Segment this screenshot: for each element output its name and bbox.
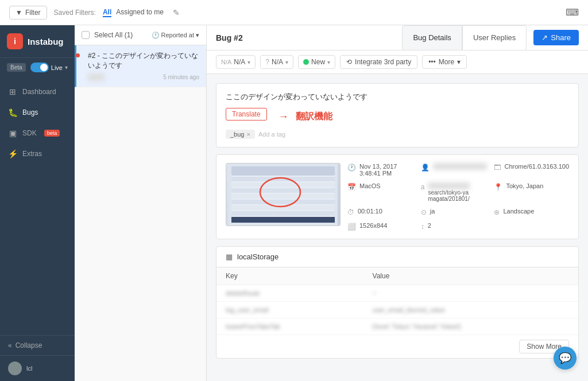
type-caret: ▾ bbox=[285, 59, 288, 65]
bug-item-time: 5 minutes ago bbox=[163, 74, 199, 80]
sdk-badge: beta bbox=[44, 130, 60, 137]
reported-at-btn[interactable]: 🕐 Reported at ▾ bbox=[152, 32, 199, 39]
status-dot bbox=[303, 59, 309, 65]
storage-table: Key Value deleteRoute ~ log_user_email u… bbox=[216, 267, 578, 335]
storage-header: ▦ localStorage bbox=[216, 247, 578, 267]
meta-user: 👤 user_blurred_value bbox=[421, 163, 490, 177]
all-filter-link[interactable]: All bbox=[103, 8, 111, 17]
env-toggle[interactable] bbox=[30, 63, 49, 72]
status-label: New bbox=[311, 58, 325, 66]
meta-url: a blurred_url search/tokyo-yamagata/2018… bbox=[421, 182, 490, 202]
collapse-icon: « bbox=[8, 341, 12, 349]
meta-os: 📅 MacOS bbox=[347, 182, 416, 202]
bug-list-panel: Select All (1) 🕐 Reported at ▾ #2 - ここのデ… bbox=[75, 25, 207, 381]
detail-content: ここのデザインが変わっていないようです Translate → 翻訳機能 _bu… bbox=[207, 74, 588, 381]
edit-icon[interactable]: ✎ bbox=[173, 8, 180, 17]
select-all-checkbox[interactable] bbox=[82, 31, 90, 39]
bug-item-user: user bbox=[88, 73, 105, 81]
translate-annotation: 翻訳機能 bbox=[296, 111, 332, 123]
sidebar-item-extras-label: Extras bbox=[22, 150, 42, 158]
type-value: N/A bbox=[272, 58, 283, 66]
logo-letter: i bbox=[14, 37, 16, 46]
svg-rect-6 bbox=[231, 194, 335, 199]
env-chevron-icon: ▾ bbox=[65, 64, 68, 71]
reported-at-caret: ▾ bbox=[196, 32, 199, 39]
bug-info-box: 🕐 Nov 13, 2017 3:48:41 PM 👤 user_blurred… bbox=[216, 154, 579, 239]
username-label: lcl bbox=[26, 365, 32, 372]
keyboard-icon[interactable]: ⌨ bbox=[566, 7, 579, 18]
filter-button[interactable]: ▼ Filter bbox=[9, 6, 47, 20]
show-more-area: Show More bbox=[216, 335, 578, 358]
assigned-filter-link[interactable]: Assigned to me bbox=[116, 8, 164, 17]
sidebar-item-bugs-label: Bugs bbox=[22, 108, 38, 116]
duration-meta-icon: ⏱ bbox=[347, 208, 354, 216]
storage-value-3: ['level','Tokyo','Yavared','Yoked'] bbox=[363, 318, 578, 335]
share-icon: ↗ bbox=[541, 33, 548, 42]
meta-location-value: Tokyo, Japan bbox=[506, 182, 543, 189]
bug-list-items: #2 - ここのデザインが変わっていないようです user 5 minutes … bbox=[75, 45, 206, 381]
detail-header: Bug #2 Bug Details User Replies ↗ Share bbox=[207, 25, 588, 50]
svg-rect-7 bbox=[231, 200, 335, 204]
select-all-label: Select All (1) bbox=[94, 31, 147, 39]
meta-url-prefix: blurred_url bbox=[428, 182, 469, 189]
priority-value: N/A bbox=[234, 58, 245, 66]
more-dots-icon: ••• bbox=[428, 58, 436, 66]
bug-screenshot[interactable] bbox=[226, 163, 341, 231]
type-icon: ? bbox=[265, 58, 269, 66]
sidebar-nav: ⊞ Dashboard 🐛 Bugs ▣ SDK beta ⚡ Extras bbox=[0, 77, 75, 335]
sidebar-item-sdk[interactable]: ▣ SDK beta bbox=[0, 123, 75, 143]
storage-col-value: Value bbox=[363, 267, 578, 285]
sidebar-item-bugs[interactable]: 🐛 Bugs bbox=[0, 102, 75, 123]
reported-at-label: Reported at bbox=[161, 32, 194, 38]
sessions-meta-icon: ↕ bbox=[421, 223, 424, 231]
screenshot-placeholder bbox=[226, 164, 340, 226]
meta-user-value: user_blurred_value bbox=[433, 163, 487, 170]
filter-icon: ▼ bbox=[16, 9, 22, 17]
user-avatar bbox=[8, 361, 22, 375]
locale-meta-icon: ⊙ bbox=[421, 208, 427, 216]
share-button[interactable]: ↗ Share bbox=[533, 30, 579, 45]
tag-remove-icon[interactable]: × bbox=[246, 131, 250, 138]
svg-rect-4 bbox=[231, 182, 335, 187]
bug-list-item[interactable]: #2 - ここのデザインが変わっていないようです user 5 minutes … bbox=[75, 45, 206, 87]
saved-filters-label: Saved Filters: bbox=[54, 9, 96, 17]
sidebar-collapse-btn[interactable]: « Collapse bbox=[0, 335, 75, 355]
bug-description-text: ここのデザインが変わっていないようです bbox=[226, 92, 569, 102]
type-select[interactable]: ? N/A ▾ bbox=[260, 55, 293, 69]
os-meta-icon: 📅 bbox=[347, 183, 356, 191]
meta-datetime-value: Nov 13, 2017 3:48:41 PM bbox=[359, 163, 416, 177]
bug-meta-grid: 🕐 Nov 13, 2017 3:48:41 PM 👤 user_blurred… bbox=[347, 163, 569, 231]
storage-row-1: deleteRoute ~ bbox=[216, 285, 578, 302]
detail-title: Bug #2 bbox=[216, 33, 395, 42]
meta-os-content: MacOS bbox=[359, 182, 381, 189]
integrate-btn[interactable]: ⟲ Integrate 3rd party bbox=[340, 55, 417, 69]
meta-orientation-content: Landscape bbox=[503, 208, 534, 215]
status-select[interactable]: New ▾ bbox=[298, 55, 335, 69]
meta-resolution-value: 1526x844 bbox=[359, 222, 387, 229]
more-btn[interactable]: ••• More ▾ bbox=[422, 55, 467, 69]
priority-label: N/A bbox=[221, 59, 231, 65]
svg-rect-11 bbox=[231, 217, 335, 223]
meta-browser: 🗔 Chrome/61.0.3163.100 bbox=[494, 163, 569, 177]
sidebar-item-extras[interactable]: ⚡ Extras bbox=[0, 143, 75, 164]
dashboard-icon: ⊞ bbox=[8, 87, 17, 96]
tab-bug-details[interactable]: Bug Details bbox=[402, 25, 462, 50]
add-tag-button[interactable]: Add a tag bbox=[258, 131, 285, 138]
screenshot-image[interactable] bbox=[226, 163, 341, 226]
tab-user-replies[interactable]: User Replies bbox=[462, 25, 527, 50]
orientation-meta-icon: ⊛ bbox=[494, 208, 500, 216]
meta-location-content: Tokyo, Japan bbox=[506, 182, 543, 189]
meta-sessions: ↕ 2 bbox=[421, 222, 490, 231]
bug-item-meta: user 5 minutes ago bbox=[88, 73, 199, 81]
sidebar-item-dashboard[interactable]: ⊞ Dashboard bbox=[0, 81, 75, 102]
meta-orientation-value: Landscape bbox=[503, 208, 534, 215]
sidebar-logo-icon: i bbox=[7, 33, 23, 49]
bugs-icon: 🐛 bbox=[8, 108, 17, 117]
saved-filter-links: All Assigned to me bbox=[103, 8, 164, 17]
translate-button[interactable]: Translate bbox=[226, 108, 267, 120]
chat-bubble[interactable]: 💬 bbox=[554, 347, 577, 370]
more-caret: ▾ bbox=[457, 58, 461, 66]
meta-user-content: user_blurred_value bbox=[433, 163, 487, 170]
svg-rect-5 bbox=[231, 188, 335, 193]
priority-select[interactable]: N/A N/A ▾ bbox=[216, 55, 256, 69]
